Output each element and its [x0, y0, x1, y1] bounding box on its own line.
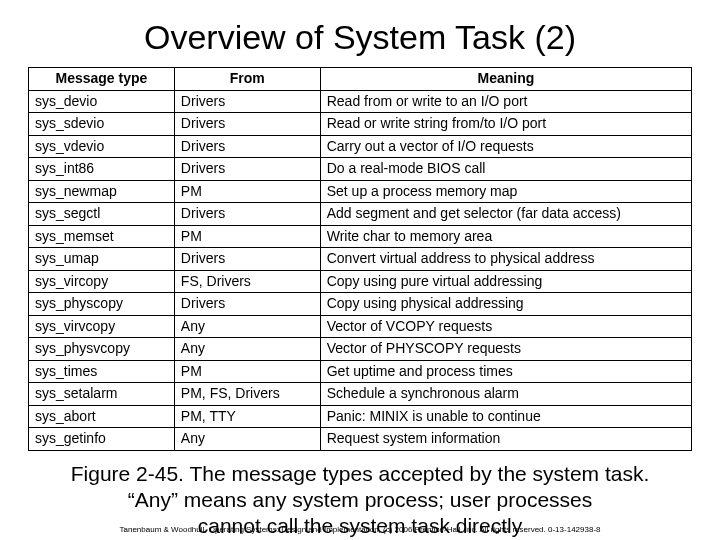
cell-type: sys_vdevio: [29, 135, 175, 158]
cell-from: PM: [174, 180, 320, 203]
col-header-type: Message type: [29, 68, 175, 91]
table-row: sys_umapDriversConvert virtual address t…: [29, 248, 692, 271]
table-row: sys_setalarmPM, FS, DriversSchedule a sy…: [29, 383, 692, 406]
cell-meaning: Write char to memory area: [320, 225, 691, 248]
cell-type: sys_newmap: [29, 180, 175, 203]
col-header-meaning: Meaning: [320, 68, 691, 91]
cell-from: Drivers: [174, 158, 320, 181]
table-row: sys_sdevioDriversRead or write string fr…: [29, 113, 692, 136]
cell-type: sys_devio: [29, 90, 175, 113]
cell-type: sys_abort: [29, 405, 175, 428]
cell-type: sys_getinfo: [29, 428, 175, 451]
cell-type: sys_physvcopy: [29, 338, 175, 361]
table-row: sys_getinfoAnyRequest system information: [29, 428, 692, 451]
cell-meaning: Request system information: [320, 428, 691, 451]
cell-meaning: Do a real-mode BIOS call: [320, 158, 691, 181]
table-row: sys_vircopyFS, DriversCopy using pure vi…: [29, 270, 692, 293]
cell-type: sys_segctl: [29, 203, 175, 226]
table-row: sys_physvcopyAnyVector of PHYSCOPY reque…: [29, 338, 692, 361]
cell-from: Drivers: [174, 135, 320, 158]
cell-meaning: Copy using physical addressing: [320, 293, 691, 316]
cell-meaning: Panic: MINIX is unable to continue: [320, 405, 691, 428]
cell-from: PM, FS, Drivers: [174, 383, 320, 406]
cell-from: Drivers: [174, 248, 320, 271]
cell-meaning: Read or write string from/to I/O port: [320, 113, 691, 136]
table-row: sys_timesPMGet uptime and process times: [29, 360, 692, 383]
cell-type: sys_times: [29, 360, 175, 383]
slide: Overview of System Task (2) Message type…: [0, 0, 720, 540]
page-title: Overview of System Task (2): [28, 18, 692, 57]
cell-from: FS, Drivers: [174, 270, 320, 293]
cell-meaning: Convert virtual address to physical addr…: [320, 248, 691, 271]
caption-line: Figure 2-45. The message types accepted …: [71, 462, 650, 485]
table-row: sys_physcopyDriversCopy using physical a…: [29, 293, 692, 316]
cell-from: Drivers: [174, 293, 320, 316]
cell-from: Any: [174, 428, 320, 451]
table-row: sys_vdevioDriversCarry out a vector of I…: [29, 135, 692, 158]
cell-meaning: Carry out a vector of I/O requests: [320, 135, 691, 158]
cell-meaning: Copy using pure virtual addressing: [320, 270, 691, 293]
col-header-from: From: [174, 68, 320, 91]
cell-from: PM: [174, 360, 320, 383]
cell-type: sys_setalarm: [29, 383, 175, 406]
table-row: sys_abortPM, TTYPanic: MINIX is unable t…: [29, 405, 692, 428]
table-row: sys_newmapPMSet up a process memory map: [29, 180, 692, 203]
cell-from: PM: [174, 225, 320, 248]
message-table: Message type From Meaning sys_devioDrive…: [28, 67, 692, 451]
table-header-row: Message type From Meaning: [29, 68, 692, 91]
caption-line: “Any” means any system process; user pro…: [128, 488, 593, 511]
cell-from: PM, TTY: [174, 405, 320, 428]
cell-type: sys_int86: [29, 158, 175, 181]
table-row: sys_virvcopyAnyVector of VCOPY requests: [29, 315, 692, 338]
table-row: sys_segctlDriversAdd segment and get sel…: [29, 203, 692, 226]
cell-type: sys_physcopy: [29, 293, 175, 316]
table-row: sys_memsetPMWrite char to memory area: [29, 225, 692, 248]
cell-meaning: Vector of VCOPY requests: [320, 315, 691, 338]
cell-meaning: Set up a process memory map: [320, 180, 691, 203]
cell-type: sys_umap: [29, 248, 175, 271]
cell-from: Drivers: [174, 113, 320, 136]
table-row: sys_devioDriversRead from or write to an…: [29, 90, 692, 113]
cell-from: Drivers: [174, 203, 320, 226]
cell-from: Any: [174, 315, 320, 338]
cell-type: sys_memset: [29, 225, 175, 248]
cell-meaning: Read from or write to an I/O port: [320, 90, 691, 113]
cell-meaning: Vector of PHYSCOPY requests: [320, 338, 691, 361]
cell-type: sys_sdevio: [29, 113, 175, 136]
cell-from: Drivers: [174, 90, 320, 113]
cell-meaning: Get uptime and process times: [320, 360, 691, 383]
cell-meaning: Add segment and get selector (far data a…: [320, 203, 691, 226]
cell-type: sys_vircopy: [29, 270, 175, 293]
table-row: sys_int86DriversDo a real-mode BIOS call: [29, 158, 692, 181]
cell-type: sys_virvcopy: [29, 315, 175, 338]
cell-meaning: Schedule a synchronous alarm: [320, 383, 691, 406]
copyright-footer: Tanenbaum & Woodhull, Operating Systems:…: [0, 525, 720, 534]
cell-from: Any: [174, 338, 320, 361]
